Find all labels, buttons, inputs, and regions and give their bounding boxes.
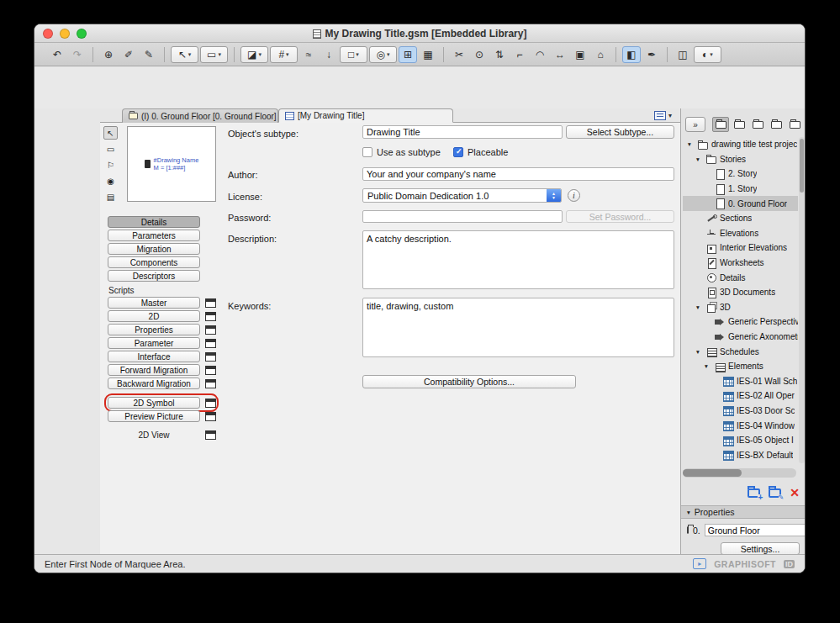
- editor-tab[interactable]: [My Drawing Title]: [278, 108, 453, 123]
- editor-tab[interactable]: (I) 0. Ground Floor [0. Ground Floor]: [122, 108, 278, 123]
- subtype-input[interactable]: [362, 125, 563, 139]
- marquee-tool-icon[interactable]: ▭: [200, 46, 228, 63]
- symbol-preview[interactable]: #Drawing Name M = [1:###]: [127, 126, 216, 202]
- intersect-icon[interactable]: ⌐: [510, 46, 529, 63]
- script-button[interactable]: 2D Symbol: [108, 397, 200, 409]
- rotated-grid-icon[interactable]: ⊞: [399, 46, 417, 63]
- 3d-preview-icon[interactable]: ◉: [103, 174, 118, 187]
- popup-stepper-icon[interactable]: ▲▼: [547, 189, 561, 202]
- license-popup[interactable]: Public Domain Dedication 1.0 ▲▼: [362, 188, 562, 203]
- chevron-down-icon[interactable]: ▾: [668, 112, 672, 119]
- tree-item[interactable]: Elements: [683, 359, 798, 374]
- open-script-window-icon[interactable]: [205, 352, 216, 362]
- toolbar-icon[interactable]: [443, 47, 444, 62]
- adjust-icon[interactable]: ⇅: [490, 46, 509, 63]
- section-button[interactable]: Details: [108, 216, 200, 228]
- script-button[interactable]: Parameter: [108, 337, 200, 349]
- use-as-subtype-checkbox[interactable]: [362, 147, 372, 157]
- tree-item[interactable]: Worksheets: [683, 256, 798, 271]
- tree-item[interactable]: IES-01 Wall Sch: [683, 374, 798, 389]
- tree-item[interactable]: Generic Perspective: [683, 314, 798, 330]
- suspend-groups-icon[interactable]: ✒: [642, 46, 661, 63]
- tree-item[interactable]: IES-BX Default: [683, 447, 798, 462]
- tree-item[interactable]: Sections: [683, 211, 798, 226]
- tree-item[interactable]: Generic Axonometry: [683, 330, 798, 345]
- fillet-icon[interactable]: ◠: [531, 46, 549, 63]
- trim-icon[interactable]: ✂: [450, 46, 468, 63]
- select-subtype-button[interactable]: Select Subtype...: [566, 125, 674, 139]
- align-icon[interactable]: ▣: [571, 46, 589, 63]
- script-button[interactable]: Interface: [108, 351, 200, 362]
- layout-book-icon[interactable]: [749, 117, 766, 132]
- compatibility-options-button[interactable]: Compatibility Options...: [362, 375, 576, 388]
- inject-parameters-icon[interactable]: ✎: [140, 46, 158, 63]
- open-2d-view-window-icon[interactable]: [205, 430, 216, 440]
- script-button[interactable]: Master: [108, 297, 200, 309]
- open-script-window-icon[interactable]: [205, 366, 216, 375]
- open-script-window-icon[interactable]: [205, 339, 216, 348]
- tree-item[interactable]: 1. Story: [683, 182, 798, 197]
- description-textarea[interactable]: A catchy description.: [362, 230, 674, 289]
- tree-item[interactable]: Schedules: [683, 344, 798, 359]
- disclosure-triangle-icon[interactable]: [688, 140, 698, 148]
- tab-bar-tools[interactable]: ▾: [654, 111, 672, 120]
- license-info-icon[interactable]: i: [568, 189, 580, 202]
- disclosure-triangle-icon[interactable]: [705, 362, 715, 370]
- tree-vertical-scrollbar[interactable]: [799, 137, 805, 463]
- tree-item[interactable]: drawing title test projec: [683, 137, 798, 152]
- horizontal-scrollbar-thumb[interactable]: [683, 469, 742, 477]
- toolbar-icon[interactable]: [667, 47, 668, 62]
- library-view-icon[interactable]: [786, 117, 803, 132]
- script-button[interactable]: 2D: [108, 310, 200, 322]
- tree-item[interactable]: Details: [683, 270, 798, 285]
- grid-tool-icon[interactable]: #: [270, 46, 298, 63]
- drag-zoom-icon[interactable]: ⊕: [99, 46, 118, 63]
- toolbar-icon[interactable]: [234, 47, 235, 62]
- disclosure-triangle-icon[interactable]: [696, 348, 706, 356]
- tree-item[interactable]: Stories: [683, 152, 798, 167]
- library-icon[interactable]: ◫: [674, 46, 692, 63]
- clone-folder-button[interactable]: [769, 488, 781, 498]
- tree-item[interactable]: 3D: [683, 300, 798, 315]
- graphisoft-id-signin-icon[interactable]: ▸: [693, 558, 706, 569]
- disclosure-triangle-icon[interactable]: [696, 156, 706, 163]
- new-folder-button[interactable]: [748, 488, 760, 498]
- view-map-icon[interactable]: [731, 117, 748, 132]
- tree-item[interactable]: IES-03 Door Sc: [683, 404, 798, 419]
- section-button[interactable]: Descriptors: [108, 270, 200, 282]
- elevation-icon[interactable]: ⌂: [591, 46, 610, 63]
- script-button[interactable]: Preview Picture: [108, 410, 200, 422]
- section-button[interactable]: Components: [108, 256, 200, 268]
- zoom-icon[interactable]: ⊙: [470, 46, 489, 63]
- properties-header[interactable]: ▾ Properties: [681, 505, 806, 519]
- script-button[interactable]: Properties: [108, 324, 200, 335]
- group-icon[interactable]: ◧: [622, 46, 641, 63]
- pick-up-parameters-icon[interactable]: ✐: [119, 46, 138, 63]
- open-script-window-icon[interactable]: [205, 298, 216, 308]
- organizer-toggle-button[interactable]: »: [685, 117, 705, 132]
- undo-icon[interactable]: ↶: [48, 46, 66, 63]
- hatch-icon[interactable]: ≈: [299, 46, 318, 63]
- settings-button[interactable]: Settings...: [721, 542, 800, 555]
- 2d-fragment-icon[interactable]: ▭: [103, 142, 118, 156]
- tree-item[interactable]: Elevations: [683, 226, 798, 241]
- open-script-window-icon[interactable]: [205, 312, 216, 321]
- open-script-window-icon[interactable]: [205, 412, 216, 421]
- script-button[interactable]: Backward Migration: [108, 377, 200, 389]
- open-script-window-icon[interactable]: [205, 325, 216, 335]
- vertical-scrollbar-thumb[interactable]: [800, 139, 804, 193]
- disclosure-triangle-icon[interactable]: [696, 304, 706, 311]
- redo-icon[interactable]: ↷: [68, 46, 87, 63]
- tree-item[interactable]: Interior Elevations: [683, 240, 798, 256]
- story-name-input[interactable]: [705, 524, 806, 536]
- toolbar-icon[interactable]: [164, 47, 165, 62]
- open-script-window-icon[interactable]: [205, 379, 216, 388]
- set-password-button[interactable]: Set Password...: [566, 210, 674, 223]
- snap-grid-icon[interactable]: ▦: [419, 46, 437, 63]
- tree-item[interactable]: IES-05 Object I: [683, 433, 798, 448]
- list-view-icon[interactable]: ▤: [103, 190, 118, 203]
- resize-icon[interactable]: ↔: [551, 46, 569, 63]
- select-mode-icon[interactable]: ↖: [103, 126, 118, 140]
- delete-button[interactable]: ✕: [790, 487, 800, 499]
- collapse-triangle-icon[interactable]: ▾: [687, 509, 690, 516]
